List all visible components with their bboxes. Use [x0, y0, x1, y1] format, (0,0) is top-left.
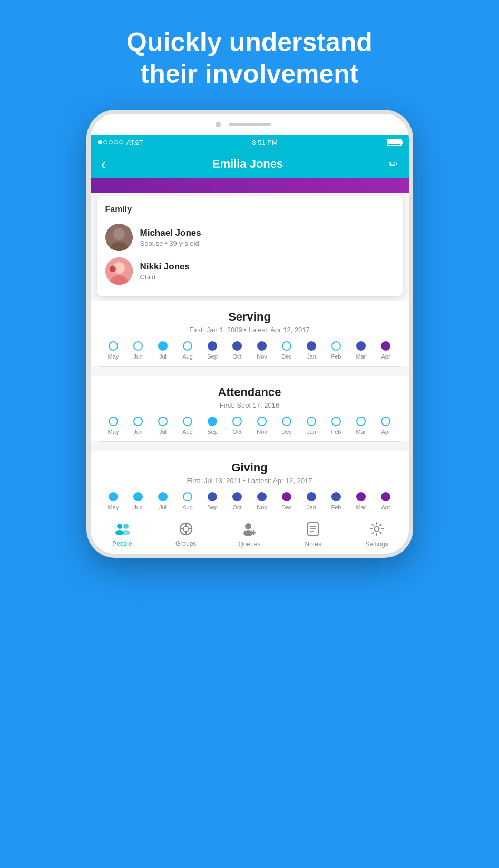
month-label: Oct: [232, 353, 241, 360]
nav-bar: ‹ Emilia Jones ✏: [91, 150, 409, 178]
activity-dot: [109, 341, 118, 351]
edit-button[interactable]: ✏: [389, 158, 398, 170]
dot-col: Aug: [175, 417, 200, 435]
battery-fill: [388, 140, 400, 144]
dot-col: Aug: [175, 492, 200, 510]
groups-tab-label: Groups: [175, 540, 196, 547]
month-label: May: [108, 504, 119, 510]
dot-col: Oct: [225, 492, 250, 510]
month-label: Feb: [331, 353, 341, 360]
month-label: Dec: [281, 504, 292, 510]
dot-col: Dec: [275, 417, 299, 435]
dot-col: Feb: [324, 492, 349, 510]
activity-dot: [133, 492, 143, 501]
nikki-name: Nikki Jones: [140, 262, 190, 272]
tab-item-people[interactable]: People: [91, 522, 154, 547]
activity-dot: [282, 341, 291, 351]
dot-col: Dec: [275, 492, 299, 510]
activity-dot: [257, 492, 267, 501]
dot-col: Sep: [200, 492, 225, 510]
tab-item-notes[interactable]: Notes: [281, 522, 345, 548]
dot-col: May: [101, 341, 126, 360]
month-label: Jan: [307, 429, 316, 435]
svg-point-9: [123, 524, 129, 529]
svg-point-7: [117, 524, 122, 529]
activity-dot: [232, 492, 242, 501]
michael-detail: Spouse • 39 yrs old: [140, 239, 201, 247]
hero-section: Quickly understand their involvement: [0, 0, 499, 104]
family-member-nikki[interactable]: Nikki Jones Child: [105, 254, 394, 288]
month-label: Nov: [257, 353, 267, 360]
month-label: Oct: [232, 504, 241, 510]
notes-tab-icon: [307, 522, 319, 538]
month-label: Aug: [182, 429, 193, 435]
month-label: Nov: [257, 429, 267, 435]
dot-col: Nov: [250, 417, 275, 435]
activity-dot: [381, 492, 390, 501]
nikki-info: Nikki Jones Child: [140, 262, 190, 281]
attendance-subtitle: First: Sept 17, 2016: [99, 401, 400, 409]
giving-dots-row: MayJunJulAugSepOctNovDecJanFebMarApr: [99, 492, 400, 510]
giving-subtitle: First: Jul 13, 2011 • Lastest: Apr 12, 2…: [99, 477, 400, 485]
people-tab-label: People: [112, 540, 132, 547]
signal-dot-5: [119, 140, 123, 144]
purple-banner: [91, 178, 409, 193]
month-label: May: [108, 429, 119, 435]
activity-dot: [208, 417, 217, 426]
carrier-label: AT&T: [126, 139, 143, 147]
divider-1: [99, 366, 400, 367]
svg-point-10: [122, 530, 130, 535]
month-label: Mar: [356, 429, 366, 435]
dot-col: Jan: [299, 417, 324, 435]
dot-col: Jun: [126, 341, 151, 360]
family-member-michael[interactable]: Michael Jones Spouse • 39 yrs old: [105, 220, 394, 254]
tab-item-settings[interactable]: Settings: [345, 522, 409, 548]
dot-col: Apr: [374, 341, 398, 360]
tab-item-queues[interactable]: Queues: [218, 522, 281, 548]
activity-dot: [381, 341, 390, 351]
queues-tab-label: Queues: [238, 541, 260, 548]
dot-col: Apr: [374, 417, 398, 435]
michael-avatar-svg: [105, 224, 133, 251]
phone-wrapper: AT&T 8:51 PM ‹ Emilia Jones ✏ Family: [0, 110, 499, 558]
activity-dot: [109, 417, 118, 426]
status-time: 8:51 PM: [252, 139, 277, 147]
signal-area: AT&T: [98, 139, 143, 147]
dot-col: Jun: [126, 417, 151, 435]
dot-col: Jul: [151, 341, 175, 360]
month-label: Apr: [381, 504, 390, 510]
tab-item-groups[interactable]: Groups: [154, 522, 218, 547]
activity-dot: [331, 492, 341, 501]
activity-dot: [257, 417, 267, 426]
settings-tab-icon: [369, 522, 384, 538]
serving-dots-row: MayJunJulAugSepOctNovDecJanFebMarApr: [99, 341, 400, 360]
svg-point-1: [113, 228, 125, 240]
dot-col: Sep: [200, 417, 225, 435]
activity-dot: [307, 341, 316, 351]
dot-col: Mar: [349, 417, 374, 435]
michael-info: Michael Jones Spouse • 39 yrs old: [140, 228, 201, 247]
notes-tab-label: Notes: [305, 541, 321, 548]
month-label: Dec: [281, 429, 292, 435]
month-label: Mar: [356, 353, 366, 360]
month-label: Sep: [207, 353, 218, 360]
attendance-title: Attendance: [99, 385, 400, 399]
activity-dot: [158, 341, 168, 351]
dot-col: Jul: [151, 417, 175, 435]
month-label: Mar: [356, 504, 366, 510]
back-button[interactable]: ‹: [101, 155, 106, 173]
michael-name: Michael Jones: [140, 228, 201, 238]
signal-dot-2: [103, 140, 107, 144]
status-bar: AT&T 8:51 PM: [91, 135, 409, 150]
activity-dot: [232, 417, 242, 426]
activity-dot: [282, 417, 291, 426]
activity-dot: [282, 492, 291, 501]
phone-top-bar: [91, 114, 409, 135]
tab-bar: People Groups Queues Notes Settings: [91, 517, 409, 554]
activity-dot: [208, 492, 217, 501]
month-label: Sep: [207, 429, 218, 435]
dot-col: Jul: [151, 492, 175, 510]
activity-dot: [356, 341, 366, 351]
dot-col: Jan: [299, 492, 324, 510]
svg-point-17: [245, 523, 251, 529]
